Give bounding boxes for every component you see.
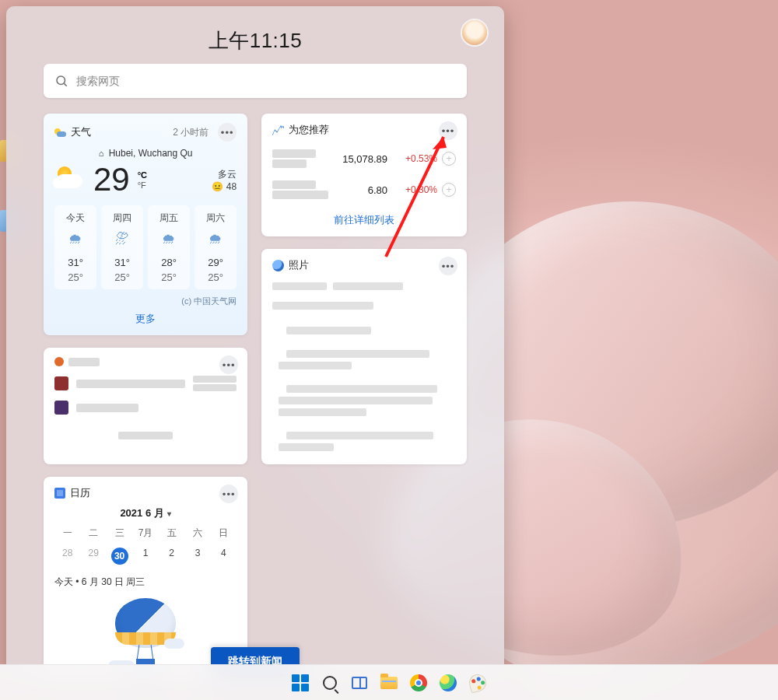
taskbar-browser-button[interactable] <box>437 672 459 694</box>
panel-clock: 上午11:15 <box>209 27 303 54</box>
user-avatar[interactable] <box>462 20 487 45</box>
weather-condition-icon <box>54 163 87 196</box>
team-logo-icon <box>54 401 68 415</box>
add-stock-button[interactable]: + <box>442 183 456 197</box>
home-icon: ⌂ <box>99 149 104 158</box>
taskbar-widgets-button[interactable] <box>349 672 370 694</box>
weather-title: 天气 <box>71 125 91 139</box>
calendar-month-picker[interactable]: 2021 6 月▾ <box>54 506 237 520</box>
weather-aqi: 😐 48 <box>212 181 237 192</box>
calendar-widget[interactable]: 日历 ••• 2021 6 月▾ 一 二 三 7月 五 六 日 28 29 30 <box>44 477 247 675</box>
recommend-more-button[interactable]: ••• <box>439 121 457 140</box>
forecast-row: 今天🌧31°25° 周四⛈31°25° 周五🌧28°25° 周六🌧29°25° <box>54 205 237 289</box>
taskbar-chrome-button[interactable] <box>408 672 429 694</box>
calendar-grid: 一 二 三 7月 五 六 日 28 29 30 1 2 3 4 <box>54 527 237 568</box>
calendar-more-button[interactable]: ••• <box>219 485 238 503</box>
recommend-title: 为您推荐 <box>289 123 329 137</box>
sports-game-row <box>54 401 237 415</box>
svg-point-0 <box>57 76 65 85</box>
weather-condition-text: 多云 <box>212 168 237 181</box>
calendar-day[interactable]: 1 <box>132 544 158 568</box>
calendar-today-text: 今天 • 6 月 30 日 周三 <box>54 576 237 589</box>
chevron-down-icon: ▾ <box>167 509 171 518</box>
photos-widget[interactable]: 照片 ••• <box>261 249 467 464</box>
sports-footer-link[interactable] <box>54 429 237 443</box>
svg-line-1 <box>64 83 66 86</box>
sports-title <box>68 358 100 366</box>
calendar-day[interactable]: 29 <box>80 544 106 568</box>
forecast-day[interactable]: 周四⛈31°25° <box>101 205 143 289</box>
sports-icon <box>54 357 64 366</box>
weather-more-link[interactable]: 更多 <box>54 312 237 326</box>
taskbar <box>0 664 778 700</box>
search-box[interactable] <box>44 64 467 98</box>
calendar-day[interactable]: 28 <box>54 544 80 568</box>
weather-credit: (c) 中国天气网 <box>54 296 237 307</box>
sports-widget[interactable]: ••• <box>44 348 247 464</box>
search-icon <box>54 74 68 88</box>
start-button[interactable] <box>289 672 311 694</box>
stock-row[interactable]: 6.80 +0.30% + <box>272 174 456 205</box>
calendar-day-today[interactable]: 30 <box>107 544 132 568</box>
widgets-panel: 上午11:15 天气 2 小时前 ••• ⌂ Hubei, Wuchang Qu <box>6 6 504 675</box>
recommend-detail-link[interactable]: 前往详细列表 <box>272 213 456 227</box>
stock-row[interactable]: 15,078.89 +0.53% + <box>272 143 456 174</box>
forecast-day[interactable]: 周六🌧29°25° <box>194 205 237 289</box>
forecast-day[interactable]: 周五🌧28°25° <box>148 205 190 289</box>
taskbar-explorer-button[interactable] <box>378 672 400 694</box>
search-input[interactable] <box>76 75 456 87</box>
calendar-day[interactable]: 4 <box>211 544 237 568</box>
photos-more-button[interactable]: ••• <box>439 257 457 275</box>
sports-game-row <box>54 374 237 393</box>
taskbar-paint-button[interactable] <box>467 672 489 694</box>
recommend-widget[interactable]: 为您推荐 ••• 15,078.89 +0.53% + 6.80 +0.30% … <box>261 114 467 236</box>
forecast-day[interactable]: 今天🌧31°25° <box>54 205 96 289</box>
calendar-day[interactable]: 2 <box>159 544 184 568</box>
taskbar-search-button[interactable] <box>319 672 341 694</box>
calendar-day[interactable]: 3 <box>184 544 210 568</box>
photos-icon <box>272 260 284 271</box>
trending-icon <box>272 124 284 136</box>
weather-more-button[interactable]: ••• <box>218 123 237 142</box>
sports-more-button[interactable]: ••• <box>219 355 238 374</box>
add-stock-button[interactable]: + <box>442 152 456 166</box>
calendar-icon <box>54 488 65 499</box>
current-temp: 29 <box>93 163 130 196</box>
weather-icon <box>54 127 66 138</box>
photos-title: 照片 <box>289 258 309 272</box>
calendar-title: 日历 <box>70 486 90 500</box>
temp-units-toggle[interactable]: °C °F <box>138 170 147 190</box>
weather-widget[interactable]: 天气 2 小时前 ••• ⌂ Hubei, Wuchang Qu 29 °C °… <box>44 114 247 335</box>
weather-updated: 2 小时前 <box>173 126 209 139</box>
weather-location: ⌂ Hubei, Wuchang Qu <box>54 148 237 159</box>
team-logo-icon <box>54 376 68 390</box>
